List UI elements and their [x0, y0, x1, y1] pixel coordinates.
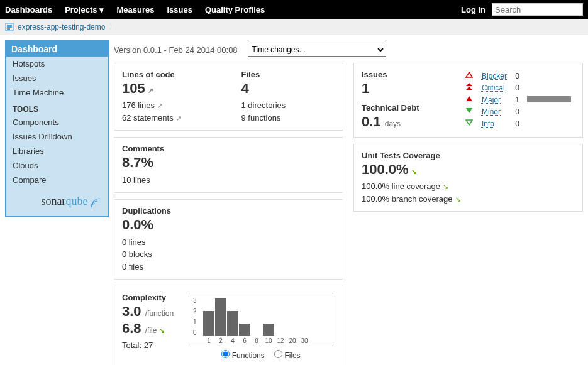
- files-functions[interactable]: 9 functions: [241, 113, 281, 123]
- coverage-title: Unit Tests Coverage: [362, 151, 575, 160]
- widget-duplications: Duplications 0.0% 0 lines 0 blocks 0 fil…: [114, 199, 343, 280]
- dup-lines[interactable]: 0 lines: [122, 237, 146, 247]
- sidebar-item-time-machine[interactable]: Time Machine: [6, 85, 108, 100]
- sidebar-item-issues-drilldown[interactable]: Issues Drilldown: [6, 129, 108, 144]
- svg-rect-3: [7, 28, 10, 30]
- svg-marker-5: [466, 83, 472, 86]
- severity-row-minor: Minor0: [462, 106, 575, 117]
- nav-projects[interactable]: Projects▾: [65, 5, 104, 14]
- complexity-chart: 0123 1246810122030: [189, 293, 333, 346]
- issues-count[interactable]: 1: [362, 80, 462, 97]
- issues-title: Issues: [362, 70, 462, 79]
- files-dirs[interactable]: 1 directories: [241, 101, 286, 110]
- dup-blocks[interactable]: 0 blocks: [122, 249, 152, 259]
- svg-marker-6: [466, 87, 472, 90]
- topbar: Dashboards Projects▾ Measures Issues Qua…: [0, 0, 588, 19]
- severity-major-link[interactable]: Major: [482, 95, 501, 104]
- severity-row-major: Major1: [462, 94, 575, 106]
- comments-value[interactable]: 8.7%: [122, 155, 335, 171]
- main-content: Version 0.0.1 - Feb 24 2014 00:08 Time c…: [114, 40, 583, 365]
- severity-info-link[interactable]: Info: [482, 119, 494, 128]
- complexity-per-fn[interactable]: 3.0 /function: [122, 303, 174, 320]
- svg-rect-2: [7, 26, 12, 28]
- files-value[interactable]: 4: [241, 80, 336, 97]
- complexity-bar: [203, 311, 214, 336]
- coverage-value[interactable]: 100.0%: [362, 161, 575, 178]
- sidebar-item-compare[interactable]: Compare: [6, 173, 108, 187]
- severity-info-icon: [465, 119, 474, 128]
- sidebar-tab-dashboard[interactable]: Dashboard: [6, 41, 108, 57]
- nav-projects-label: Projects: [65, 5, 97, 14]
- complexity-bar: [215, 298, 226, 336]
- debt-value[interactable]: 0.1 days: [362, 114, 462, 130]
- sidebar-item-hotspots[interactable]: Hotspots: [6, 57, 108, 71]
- complexity-radio-group: Functions Files: [189, 350, 333, 360]
- dup-title: Duplications: [122, 206, 335, 215]
- coverage-branch[interactable]: 100.0% branch coverage: [362, 194, 461, 204]
- complexity-total: Total: 27: [122, 339, 174, 352]
- sidebar-item-components[interactable]: Components: [6, 115, 108, 129]
- version-text: Version 0.0.1 - Feb 24 2014 00:08: [114, 45, 238, 55]
- nav-dashboards[interactable]: Dashboards: [5, 5, 52, 14]
- nav-issues[interactable]: Issues: [167, 5, 192, 14]
- severity-critical-count: 0: [511, 82, 523, 94]
- complexity-per-file[interactable]: 6.8 /file: [122, 320, 174, 337]
- severity-minor-link[interactable]: Minor: [482, 107, 501, 116]
- sonarqube-logo: sonarqube: [6, 187, 108, 211]
- radio-functions[interactable]: Functions: [221, 351, 264, 360]
- sidebar-item-libraries[interactable]: Libraries: [6, 144, 108, 158]
- dup-value[interactable]: 0.0%: [122, 217, 335, 233]
- severity-critical-icon: [465, 83, 474, 92]
- severity-minor-count: 0: [511, 106, 523, 117]
- severity-info-count: 0: [511, 117, 523, 129]
- comments-lines[interactable]: 10 lines: [122, 174, 335, 187]
- severity-row-info: Info0: [462, 117, 575, 129]
- nav-quality-profiles[interactable]: Quality Profiles: [205, 5, 265, 14]
- widget-coverage: Unit Tests Coverage 100.0% 100.0% line c…: [353, 144, 583, 212]
- widget-complexity: Complexity 3.0 /function 6.8 /file Total…: [114, 286, 343, 365]
- svg-marker-4: [466, 72, 472, 77]
- breadcrumb: express-app-testing-demo 〉: [0, 19, 588, 35]
- radio-files[interactable]: Files: [274, 351, 301, 360]
- version-bar: Version 0.0.1 - Feb 24 2014 00:08 Time c…: [114, 40, 583, 63]
- severity-table: Blocker0Critical0Major1Minor0Info0: [462, 70, 575, 129]
- severity-minor-icon: [465, 107, 474, 116]
- chevron-right-icon: 〉: [109, 21, 116, 32]
- svg-marker-9: [466, 120, 472, 125]
- widget-issues: Issues 1 Technical Debt 0.1 days Blocker…: [353, 63, 583, 138]
- complexity-title: Complexity: [122, 293, 174, 302]
- coverage-line[interactable]: 100.0% line coverage: [362, 182, 448, 191]
- severity-row-blocker: Blocker0: [462, 70, 575, 82]
- dup-files[interactable]: 0 files: [122, 262, 143, 271]
- logo-word-b: qube: [65, 195, 87, 207]
- severity-critical-link[interactable]: Critical: [482, 84, 505, 92]
- svg-marker-8: [466, 108, 472, 113]
- svg-marker-7: [466, 96, 472, 101]
- loc-lines[interactable]: 176 lines: [122, 101, 163, 110]
- loc-title: Lines of code: [122, 70, 216, 79]
- severity-major-icon: [465, 95, 474, 104]
- sidebar-tools-header: TOOLS: [6, 100, 108, 115]
- time-changes-select[interactable]: Time changes...: [248, 43, 386, 57]
- topnav: Dashboards Projects▾ Measures Issues Qua…: [5, 5, 265, 14]
- search-input[interactable]: [492, 3, 583, 16]
- login-link[interactable]: Log in: [461, 5, 485, 14]
- complexity-bar: [239, 324, 250, 336]
- severity-blocker-link[interactable]: Blocker: [482, 72, 507, 80]
- debt-title: Technical Debt: [362, 103, 462, 112]
- complexity-bar: [227, 311, 238, 336]
- breadcrumb-project[interactable]: express-app-testing-demo: [18, 23, 105, 31]
- severity-row-critical: Critical0: [462, 82, 575, 94]
- nav-measures[interactable]: Measures: [116, 5, 154, 14]
- severity-blocker-icon: [465, 72, 474, 80]
- sidebar: Dashboard Hotspots Issues Time Machine T…: [5, 40, 109, 217]
- svg-rect-1: [7, 25, 12, 26]
- project-icon: [5, 23, 14, 31]
- files-title: Files: [241, 70, 336, 79]
- loc-value[interactable]: 105: [122, 80, 216, 97]
- loc-statements[interactable]: 62 statements: [122, 113, 182, 123]
- sidebar-item-clouds[interactable]: Clouds: [6, 158, 108, 173]
- logo-word-a: sonar: [41, 195, 65, 207]
- complexity-bar: [263, 324, 274, 336]
- sidebar-item-issues[interactable]: Issues: [6, 71, 108, 85]
